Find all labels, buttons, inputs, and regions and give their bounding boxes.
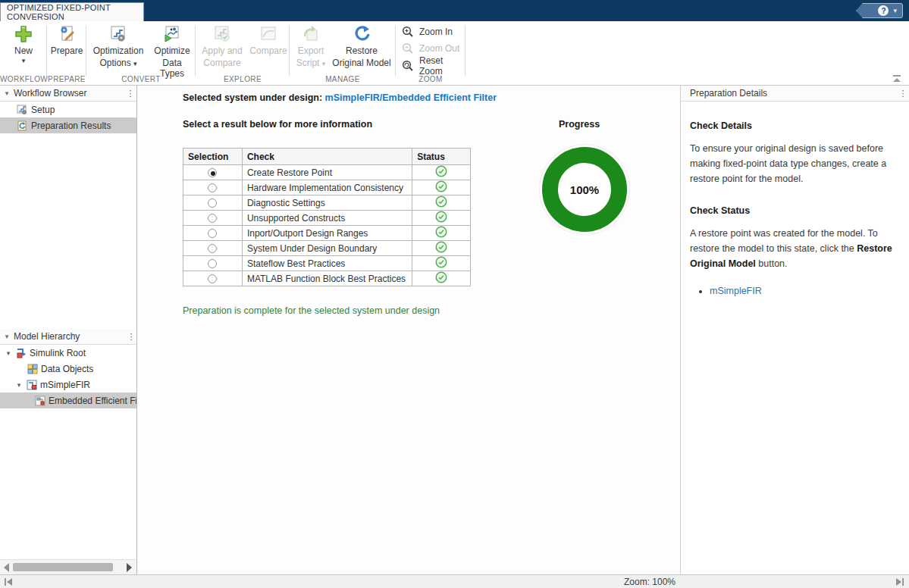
- compare-label: Compare: [249, 45, 287, 56]
- table-row: Stateflow Best Practices: [183, 256, 471, 271]
- model-hierarchy-header[interactable]: ▾ Model Hierarchy ⋮: [0, 329, 137, 345]
- scrollbar-thumb[interactable]: [13, 563, 113, 571]
- kebab-menu-icon[interactable]: ⋮: [125, 332, 137, 342]
- tree-item-simulink-root[interactable]: ▾ Simulink Root: [0, 345, 137, 361]
- zoom-in-button[interactable]: Zoom In: [402, 24, 453, 39]
- zoom-out-button[interactable]: Zoom Out: [402, 41, 459, 56]
- preparation-details-body: Check Details To ensure your original de…: [681, 102, 909, 299]
- radio-button[interactable]: [208, 183, 217, 192]
- kebab-menu-icon[interactable]: ⋮: [124, 89, 136, 99]
- collapse-caret-icon[interactable]: ▾: [0, 89, 14, 97]
- zoom-out-icon: [402, 42, 414, 55]
- restore-original-model-label-1: Restore: [346, 45, 378, 56]
- help-button[interactable]: ? ▾: [856, 3, 903, 18]
- ribbon-section-zoom: Zoom In Zoom Out Reset Zoom ZOOM: [396, 21, 465, 86]
- optimization-options-button[interactable]: Optimization Options ▾: [89, 24, 147, 68]
- check-status-text: A restore point was created for the mode…: [690, 226, 900, 271]
- msimplefir-link[interactable]: mSimpleFIR: [710, 286, 762, 296]
- radio-button[interactable]: [208, 259, 217, 268]
- tree-item-embedded-efficient-filter[interactable]: Embedded Efficient Fil: [0, 393, 137, 408]
- sidebar-item-preparation-results[interactable]: Preparation Results: [0, 117, 136, 133]
- section-label-explore: EXPLORE: [196, 75, 290, 83]
- sidebar-item-label: Setup: [31, 105, 55, 115]
- horizontal-scrollbar[interactable]: [0, 559, 137, 574]
- restore-original-model-icon: [352, 24, 371, 44]
- zoom-in-label: Zoom In: [419, 27, 453, 37]
- status-pass-icon: [435, 256, 447, 268]
- selected-system-line: Selected system under design: mSimpleFIR…: [183, 92, 497, 103]
- status-pass-icon: [435, 226, 447, 238]
- restore-original-model-button[interactable]: Restore Original Model: [329, 24, 394, 68]
- radio-button[interactable]: [208, 214, 217, 223]
- prepare-label: Prepare: [51, 45, 83, 56]
- apply-and-compare-label-1: Apply and: [202, 45, 242, 56]
- sidebar-item-setup[interactable]: Setup: [0, 102, 136, 117]
- expand-right-panel-icon[interactable]: [895, 577, 904, 586]
- prepare-button[interactable]: Prepare: [49, 24, 85, 56]
- reset-zoom-button[interactable]: Reset Zoom: [402, 58, 465, 74]
- tree-item-msimplefir[interactable]: ▾ mSimpleFIR: [0, 377, 137, 393]
- radio-button[interactable]: [208, 199, 217, 208]
- zoom-in-icon: [402, 26, 414, 38]
- export-script-label-2: Script ▾: [296, 58, 326, 68]
- compare-button[interactable]: Compare: [249, 24, 288, 56]
- tab-label: OPTIMIZED FIXED-POINT CONVERSION: [7, 3, 143, 21]
- status-pass-icon: [435, 211, 447, 223]
- check-status-text-before: A restore point was created for the mode…: [690, 228, 878, 254]
- workflow-browser-header[interactable]: ▾ Workflow Browser ⋮: [0, 86, 136, 102]
- check-name: Create Restore Point: [242, 165, 412, 180]
- new-label: New: [14, 45, 33, 56]
- preparation-results-icon: [17, 120, 27, 131]
- scroll-left-arrow-icon[interactable]: [4, 563, 9, 572]
- tree-expand-caret-icon[interactable]: ▾: [4, 349, 13, 357]
- prepare-icon: [57, 24, 77, 44]
- status-pass-icon: [435, 241, 447, 253]
- check-name: MATLAB Function Block Best Practices: [242, 271, 412, 286]
- status-pass-icon: [435, 195, 447, 208]
- preparation-details-panel: Preparation Details ⋮ Check Details To e…: [681, 86, 909, 574]
- radio-button[interactable]: [208, 168, 217, 177]
- tree-item-data-objects[interactable]: Data Objects: [0, 361, 137, 377]
- scroll-right-arrow-icon[interactable]: [127, 563, 132, 572]
- table-row: Inport/Outport Design Ranges: [183, 226, 471, 241]
- section-label-convert: CONVERT: [86, 75, 196, 83]
- tab-optimized-fixed-point-conversion[interactable]: OPTIMIZED FIXED-POINT CONVERSION: [0, 2, 144, 21]
- radio-button[interactable]: [208, 274, 217, 283]
- model-link-list: mSimpleFIR: [710, 283, 900, 299]
- left-sidebar: ▾ Workflow Browser ⋮ Setup Preparation R…: [0, 86, 137, 574]
- main-content: Selected system under design: mSimpleFIR…: [137, 86, 681, 574]
- collapse-caret-icon[interactable]: ▾: [0, 333, 14, 340]
- table-row: Diagnostic Settings: [183, 195, 471, 211]
- column-header-check: Check: [242, 149, 412, 165]
- section-label-prepare: PREPARE: [47, 75, 86, 83]
- tree-item-label: mSimpleFIR: [40, 380, 90, 390]
- table-row: Unsupported Constructs: [183, 211, 471, 226]
- radio-button[interactable]: [208, 244, 217, 253]
- chevron-down-icon: ▾: [893, 7, 897, 14]
- check-name: Diagnostic Settings: [242, 195, 412, 211]
- model-icon: [27, 380, 37, 390]
- status-pass-icon: [435, 165, 447, 177]
- radio-button[interactable]: [208, 229, 217, 238]
- check-status-text-after: button.: [756, 258, 788, 269]
- sidebar-item-label: Preparation Results: [31, 120, 111, 131]
- check-name: System Under Design Boundary: [242, 241, 412, 256]
- export-script-label-1: Export: [298, 45, 324, 56]
- new-plus-icon: [14, 24, 33, 44]
- list-item: mSimpleFIR: [710, 283, 900, 299]
- restore-original-model-label-2: Original Model: [332, 58, 390, 68]
- tree-expand-caret-icon[interactable]: ▾: [14, 381, 24, 389]
- new-button[interactable]: New ▾: [5, 24, 42, 64]
- apply-and-compare-button[interactable]: Apply and Compare: [199, 24, 246, 68]
- completion-message: Preparation is complete for the selected…: [183, 305, 440, 316]
- kebab-menu-icon[interactable]: ⋮: [897, 89, 909, 99]
- collapse-ribbon-button[interactable]: [891, 74, 903, 83]
- selected-system-label: Selected system under design:: [183, 92, 322, 103]
- apply-and-compare-label-2: Compare: [203, 58, 240, 68]
- collapse-left-panel-icon[interactable]: [4, 577, 13, 586]
- optimize-data-types-icon: [162, 24, 182, 44]
- selected-system-link[interactable]: mSimpleFIR/Embedded Efficient Filter: [325, 92, 497, 103]
- optimize-data-types-button[interactable]: Optimize Data Types: [150, 24, 194, 79]
- export-script-button[interactable]: Export Script ▾: [293, 24, 329, 68]
- table-row: System Under Design Boundary: [183, 241, 471, 256]
